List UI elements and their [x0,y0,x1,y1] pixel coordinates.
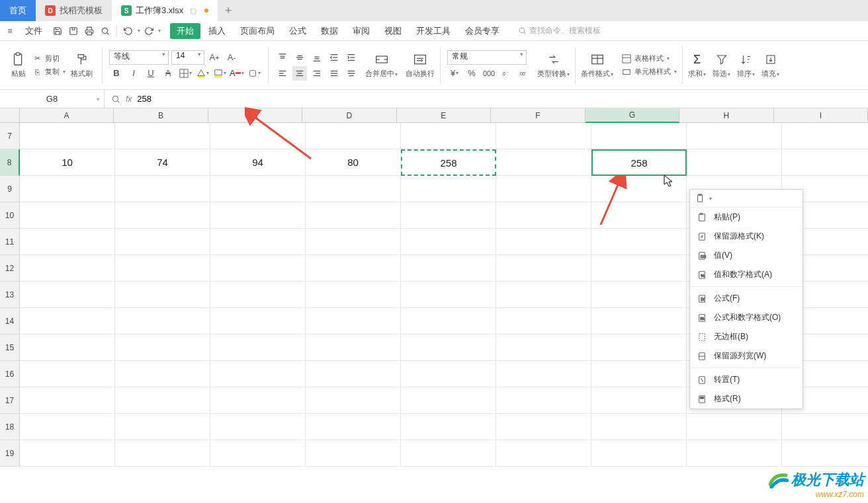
cell[interactable] [401,282,496,308]
cell[interactable] [591,308,687,334]
cell[interactable] [20,202,115,229]
cell[interactable] [306,387,401,414]
cell[interactable] [687,414,782,440]
row-header-12[interactable]: 12 [0,255,20,282]
cell[interactable] [20,414,115,440]
bold-button[interactable]: B [109,66,124,81]
cell[interactable] [687,123,782,149]
align-top-button[interactable] [275,50,290,65]
cell-e8[interactable]: 258 [401,149,496,176]
row-header-15[interactable]: 15 [0,334,20,361]
increase-font-button[interactable]: A+ [207,50,222,65]
cell[interactable] [401,414,496,440]
ctx-paste[interactable]: 粘贴(P) [690,208,803,227]
preview-icon[interactable] [98,24,112,38]
cell-f8[interactable] [496,149,591,176]
paste-options-head[interactable]: ▾ [690,190,803,208]
menu-icon[interactable]: ≡ [3,24,17,38]
col-header-i[interactable]: I [774,108,868,123]
cell-d8[interactable]: 80 [306,149,401,176]
vip-menu[interactable]: 会员专享 [458,22,506,40]
cell[interactable] [496,282,591,308]
cell[interactable] [115,334,210,361]
cell[interactable] [210,202,306,229]
cell[interactable] [306,123,401,149]
number-format-select[interactable]: 常规 [447,50,527,65]
row-header-18[interactable]: 18 [0,414,20,440]
dev-menu[interactable]: 开发工具 [410,22,457,40]
underline-button[interactable]: U [144,66,158,81]
cell[interactable] [401,308,496,334]
cell[interactable] [115,202,210,229]
cell-h8[interactable] [687,149,782,176]
cell[interactable] [115,229,210,255]
cell[interactable] [210,414,306,440]
sort-button[interactable]: 排序▾ [734,50,758,80]
align-right-button[interactable] [310,66,324,81]
col-header-a[interactable]: A [20,108,114,123]
cancel-fx-icon[interactable] [111,95,120,104]
fill-color-button[interactable]: ▾ [195,66,210,81]
row-header-14[interactable]: 14 [0,308,20,334]
cell[interactable] [591,202,687,229]
fx-icon[interactable]: fx [126,95,132,104]
currency-button[interactable]: ¥▾ [447,66,462,81]
new-tab-button[interactable]: + [218,4,239,18]
cell[interactable] [496,255,591,282]
cell-a8[interactable]: 10 [20,149,115,176]
save-as-icon[interactable] [66,24,81,38]
cell[interactable] [496,202,591,229]
cell[interactable] [496,440,591,467]
cell[interactable] [210,387,306,414]
format-painter-button[interactable]: 格式刷 [68,50,95,80]
ctx-values[interactable]: 123值(V) [690,246,803,265]
cell[interactable] [496,414,591,440]
font-size-select[interactable]: 14 [171,50,204,65]
cell[interactable] [306,202,401,229]
formula-input[interactable] [137,94,861,104]
start-menu[interactable]: 开始 [170,23,200,39]
col-header-b[interactable]: B [114,108,208,123]
cell[interactable] [496,308,591,334]
align-bottom-button[interactable] [310,50,324,65]
col-header-g[interactable]: G [586,108,679,123]
cell[interactable] [210,334,306,361]
cell[interactable] [210,361,306,387]
view-menu[interactable]: 视图 [378,22,408,40]
cell[interactable] [401,334,496,361]
cell[interactable] [591,440,687,467]
cell[interactable] [401,361,496,387]
cell[interactable] [20,176,115,202]
type-convert-button[interactable]: 类型转换▾ [535,50,572,80]
name-box[interactable]: G8 ▾ [0,90,105,108]
cell[interactable] [782,414,868,440]
redo-dropdown-icon[interactable]: ▾ [158,28,161,34]
undo-icon[interactable] [121,24,136,38]
cell[interactable] [591,414,687,440]
highlight-button[interactable]: ▾ [247,66,261,81]
cell[interactable] [306,440,401,467]
cell[interactable] [20,308,115,334]
cell[interactable] [496,387,591,414]
cell[interactable] [782,123,868,149]
cut-button[interactable]: ✂ 剪切 [29,53,68,65]
cell[interactable] [115,308,210,334]
ctx-format[interactable]: 格式(R) [690,389,803,408]
tab-home[interactable]: 首页 [0,0,36,21]
decrease-font-button[interactable]: A- [224,50,239,65]
data-menu[interactable]: 数据 [314,22,345,40]
filter-button[interactable]: 筛选▾ [710,50,733,80]
strike-button[interactable]: A [161,66,175,81]
cell[interactable] [496,176,591,202]
cell[interactable] [115,440,210,467]
sum-button[interactable]: Σ 求和▾ [685,50,709,80]
ctx-formula[interactable]: fx公式(F) [690,289,803,308]
tab-docker[interactable]: D 找稻壳模板 [36,0,112,21]
dec-dec-button[interactable]: .00→ [516,66,531,81]
cell[interactable] [20,255,115,282]
row-header-17[interactable]: 17 [0,387,20,414]
cell[interactable] [496,229,591,255]
tab-present-icon[interactable]: ▢ [190,7,196,15]
cell[interactable] [20,387,115,414]
font-family-select[interactable]: 等线 [109,50,169,65]
